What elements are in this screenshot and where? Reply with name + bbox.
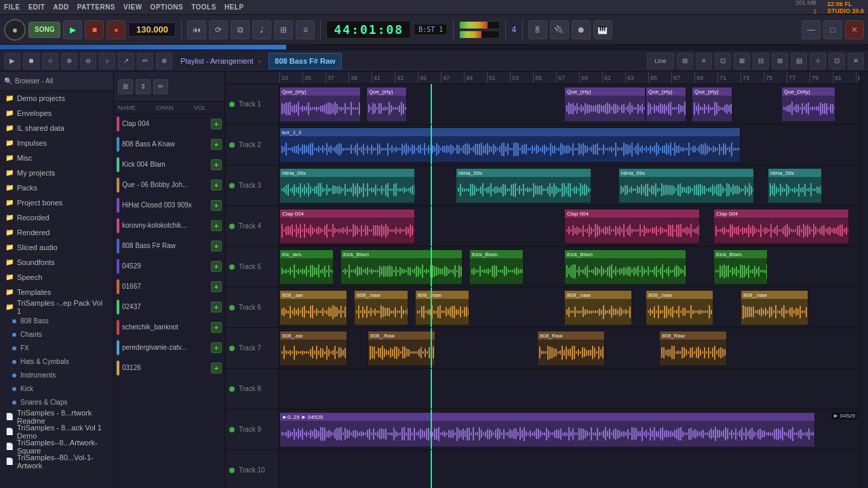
pattern-selector[interactable]: 808 Bass F# Raw [269, 53, 341, 69]
channel-item-04529[interactable]: 04529+ [114, 256, 224, 277]
clip-808_.aw[interactable]: 808_.aw [279, 331, 347, 366]
snap2-btn[interactable]: ⊹ [42, 53, 58, 69]
clip-Que_(irty)[interactable]: Que_(irty) [366, 87, 407, 122]
piano-btn[interactable]: 🎹 [593, 20, 612, 39]
clip-808_Raw[interactable]: 808_Raw [659, 331, 727, 366]
channel-item-hihatclosed[interactable]: HiHat Closed 003 909x+ [114, 195, 224, 216]
clip-►0..29_►_04529[interactable]: ►0..29 ► 04529 [279, 412, 815, 447]
channel-item-03126[interactable]: 03126+ [114, 358, 224, 378]
track-row-track1[interactable]: Track 1Que_(irty)Que_(irty)Que_(irty)Que… [225, 84, 860, 125]
sidebar-item-trisamples-ep[interactable]: 📁TriSamples -..ep Pack Vol 1 [0, 300, 113, 314]
clip-Kick_Blam[interactable]: Kick_Blam [340, 249, 462, 285]
maximize-btn[interactable]: □ [823, 20, 842, 39]
channel-item-clap004[interactable]: Clap 004+ [114, 114, 224, 134]
menu-patterns[interactable]: PATTERNS [77, 3, 115, 11]
track-row-track3[interactable]: Track 3HiHa_09xHiHa_09xHiHa_09xHiHa_09x [225, 165, 860, 206]
channel-add-button[interactable]: + [211, 302, 222, 312]
close-btn[interactable]: ✕ [845, 20, 864, 39]
mixer-grid-btn[interactable]: ⊞ [118, 79, 133, 94]
sidebar-item-trisamples-demo[interactable]: 📄TriSamples - 8...ack Vol 1 Demo [0, 424, 113, 439]
channel-item-korovny[interactable]: korovny-kolokolchik...+ [114, 216, 224, 236]
sidebar-item-il-shared-data[interactable]: 📁IL shared data [0, 121, 113, 136]
sidebar-item-trisamples-square[interactable]: 📄TriSamples--8...Artwork-Square [0, 439, 113, 454]
channel-add-button[interactable]: + [211, 322, 222, 333]
clip-Kic_iam[interactable]: Kic_iam [279, 249, 334, 285]
clip-808_.naw[interactable]: 808_.naw [646, 290, 713, 325]
track-row-track10[interactable]: Track 10 [225, 450, 860, 488]
channel-add-button[interactable]: + [211, 281, 222, 292]
track-row-track9[interactable]: Track 9►0..29 ► 04529► 04529 [225, 409, 860, 450]
sidebar-item-packs[interactable]: 📁Packs [0, 180, 113, 195]
tb2-btn3[interactable]: ⊡ [715, 53, 731, 69]
play-button[interactable]: ▶ [63, 20, 82, 39]
clip-Kick_Blam[interactable]: Kick_Blam [713, 249, 768, 285]
snap-button[interactable]: ⧉ [231, 20, 250, 39]
clip-808_.naw[interactable]: 808_.naw [415, 290, 469, 325]
record-button[interactable]: ● [106, 20, 125, 39]
clip-Que_(irty)[interactable]: Que_(irty) [564, 87, 646, 122]
channel-item-kick004blam[interactable]: Kick 004 Blam+ [114, 155, 224, 175]
menu-help[interactable]: HELP [224, 3, 244, 11]
track-content-track1[interactable]: Que_(irty)Que_(irty)Que_(irty)Que_(irty)… [279, 84, 860, 124]
plugin-btn[interactable]: 🔌 [550, 20, 569, 39]
sidebar-item-misc[interactable]: 📁Misc [0, 150, 113, 165]
menu-edit[interactable]: EDIT [28, 3, 45, 11]
track-content-track9[interactable]: ►0..29 ► 04529► 04529 [279, 409, 860, 449]
tb2-btn9[interactable]: ⊡ [829, 53, 845, 69]
channel-item-que06bobby[interactable]: Que - 06 Bobby Joh...+ [114, 175, 224, 195]
clip-Kick_Blam[interactable]: Kick_Blam [469, 249, 524, 285]
track-row-track5[interactable]: Track 5Kic_iamKick_BlamKick_BlamKick_Bla… [225, 247, 860, 287]
eraser-btn[interactable]: ⊗ [156, 53, 172, 69]
track-row-track4[interactable]: Track 4Clap 004Clap 004Clap 004 [225, 206, 860, 247]
channel-add-button[interactable]: + [211, 220, 222, 231]
clip-Que_(irty)[interactable]: Que_(irty) [646, 87, 686, 122]
clip-Que_(irty)[interactable]: Que_(irty) [692, 87, 732, 122]
channel-add-button[interactable]: + [211, 241, 222, 251]
sidebar-item-recorded[interactable]: 📁Recorded [0, 210, 113, 225]
playlist-tracks[interactable]: Track 1Que_(irty)Que_(irty)Que_(irty)Que… [225, 84, 860, 488]
sidebar-item-sliced-audio[interactable]: 📁Sliced audio [0, 240, 113, 255]
clip-808_.aw[interactable]: 808_.aw [279, 290, 347, 325]
channel-add-button[interactable]: + [211, 261, 222, 272]
mixer-arrows-btn[interactable]: ⇕ [136, 79, 151, 94]
clip-Clap_004[interactable]: Clap 004 [713, 209, 849, 244]
sidebar-item-chants[interactable]: Chants [0, 328, 113, 342]
clip-808_Raw[interactable]: 808_Raw [537, 331, 605, 366]
playlist-ruler[interactable]: 3335373941434547495153555759616365676971… [225, 72, 860, 84]
clip-Que_Dirty)[interactable]: Que_Dirty) [781, 87, 835, 122]
channel-item-peredergivanie[interactable]: peredergivanie-zatv...+ [114, 338, 224, 358]
channel-add-button[interactable]: + [211, 180, 222, 190]
tb2-btn5[interactable]: ⊟ [753, 53, 769, 69]
channel-add-button[interactable]: + [211, 159, 222, 170]
select-btn[interactable]: ↗ [118, 53, 134, 69]
clip-Clap_004[interactable]: Clap 004 [564, 209, 700, 244]
track-content-track8[interactable] [279, 369, 860, 409]
record2-btn[interactable]: ⏺ [572, 20, 591, 39]
channel-add-button[interactable]: + [211, 119, 222, 129]
tb2-btn8[interactable]: ⊹ [810, 53, 826, 69]
tb2-btn1[interactable]: ⊞ [677, 53, 693, 69]
channel-add-button[interactable]: + [211, 139, 222, 150]
more-btn1[interactable]: ⊞ [274, 20, 293, 39]
sidebar-item-hats-cymbals[interactable]: Hats & Cymbals [0, 355, 113, 369]
sidebar-item-fx[interactable]: FX [0, 342, 113, 355]
seek-bar[interactable] [0, 45, 868, 50]
clip-HiHa_09x[interactable]: HiHa_09x [456, 168, 591, 203]
pencil-btn[interactable]: ✏ [137, 53, 153, 69]
rewind-button[interactable]: ⏮ [187, 20, 206, 39]
mixer-btn[interactable]: 🎚 [528, 20, 547, 39]
clip-808_.naw[interactable]: 808_.naw [564, 290, 632, 325]
metronome-button[interactable]: ♩ [252, 20, 271, 39]
track-content-track2[interactable]: kor_J_2 [279, 125, 860, 165]
sidebar-item-808-bass[interactable]: 808 Bass [0, 314, 113, 328]
sidebar-item-kick[interactable]: Kick [0, 382, 113, 396]
tb2-btn2[interactable]: ≡ [696, 53, 712, 69]
track-content-track5[interactable]: Kic_iamKick_BlamKick_BlamKick_BlamKick_B… [279, 247, 860, 287]
clip-HiHa_09x[interactable]: HiHa_09x [768, 168, 822, 203]
sidebar-item-my-projects[interactable]: 📁My projects [0, 165, 113, 180]
menu-view[interactable]: VIEW [123, 3, 142, 11]
tempo-display[interactable]: 130.000 [128, 22, 176, 37]
menu-file[interactable]: FILE [4, 3, 20, 11]
stop-button[interactable]: ■ [85, 20, 104, 39]
track-content-track6[interactable]: 808_.aw808_.naw808_.naw808_.naw808_.naw8… [279, 287, 860, 327]
